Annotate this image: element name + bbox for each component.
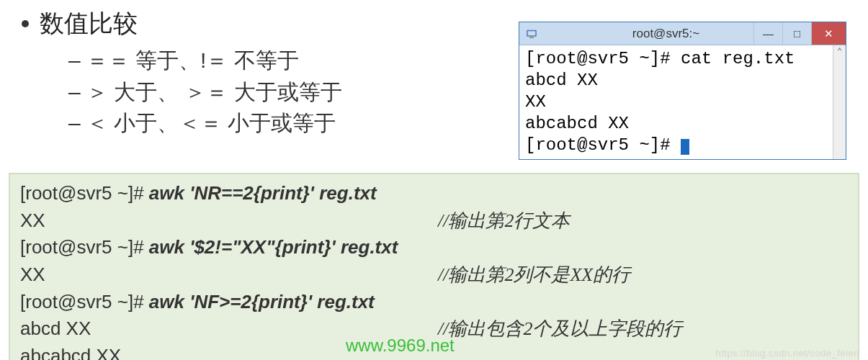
- code-comment: //输出包含2个及以上字段的行: [438, 315, 848, 343]
- cursor-icon: [681, 139, 689, 155]
- bullet-icon: [22, 20, 29, 27]
- terminal-line: abcd XX: [525, 70, 840, 91]
- shell-output: XX: [20, 207, 438, 235]
- maximize-button[interactable]: □: [782, 22, 811, 45]
- terminal-titlebar[interactable]: root@svr5:~ — □ ✕: [519, 22, 846, 45]
- scrollbar[interactable]: ⌃: [833, 45, 846, 159]
- minimize-button[interactable]: —: [753, 22, 782, 45]
- scroll-up-icon[interactable]: ⌃: [837, 47, 842, 58]
- code-row: XX //输出第2行文本: [20, 207, 848, 235]
- code-row: [root@svr5 ~]# awk 'NR==2{print}' reg.tx…: [20, 180, 848, 207]
- section-heading: 数值比较: [22, 7, 490, 40]
- shell-prompt: [root@svr5 ~]#: [20, 236, 149, 258]
- shell-prompt: [root@svr5 ~]#: [20, 182, 149, 204]
- shell-output: XX: [20, 261, 438, 289]
- terminal-window: root@svr5:~ — □ ✕ [root@svr5 ~]# cat reg…: [519, 22, 846, 160]
- code-row: [root@svr5 ~]# awk '$2!="XX"{print}' reg…: [20, 234, 848, 261]
- code-row: XX //输出第2列不是XX的行: [20, 261, 848, 289]
- list-item: –＝＝ 等于、!＝ 不等于: [68, 45, 490, 76]
- svg-rect-2: [529, 37, 534, 38]
- svg-rect-1: [528, 31, 536, 35]
- shell-command: awk '$2!="XX"{print}' reg.txt: [149, 236, 398, 258]
- watermark-url: www.9969.net: [346, 336, 455, 356]
- terminal-line: [root@svr5 ~]# cat reg.txt: [525, 48, 840, 70]
- terminal-line: [root@svr5 ~]#: [525, 135, 840, 156]
- shell-command: awk 'NF>=2{print}' reg.txt: [149, 291, 375, 312]
- code-comment: //输出第2行文本: [438, 207, 848, 235]
- terminal-line: abcabcd XX: [525, 113, 840, 135]
- heading-text: 数值比较: [40, 7, 138, 40]
- terminal-line: XX: [525, 91, 840, 113]
- terminal-body[interactable]: [root@svr5 ~]# cat reg.txt abcd XX XX ab…: [519, 45, 846, 159]
- code-row: [root@svr5 ~]# awk 'NF>=2{print}' reg.tx…: [20, 289, 848, 316]
- list-item: –＞ 大于、 ＞＝ 大于或等于: [68, 76, 490, 108]
- watermark-source: https://blog.csdn.net/code_feien: [715, 348, 859, 359]
- close-button[interactable]: ✕: [811, 22, 846, 45]
- example-codeblock: [root@svr5 ~]# awk 'NR==2{print}' reg.tx…: [9, 173, 859, 360]
- sub-list: –＝＝ 等于、!＝ 不等于 –＞ 大于、 ＞＝ 大于或等于 –＜ 小于、＜＝ 小…: [22, 45, 490, 139]
- code-comment: //输出第2列不是XX的行: [438, 261, 848, 289]
- shell-prompt: [root@svr5 ~]#: [20, 291, 149, 312]
- list-item: –＜ 小于、＜＝ 小于或等于: [68, 107, 490, 139]
- shell-command: awk 'NR==2{print}' reg.txt: [149, 182, 377, 204]
- putty-icon: [525, 27, 538, 40]
